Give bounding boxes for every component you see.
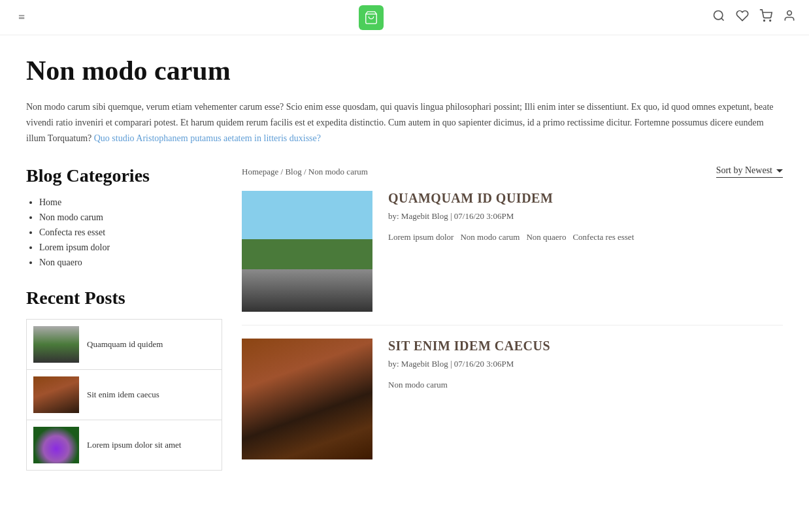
list-item: Non quaero (39, 257, 222, 268)
header: ≡ (0, 0, 809, 35)
post-tag[interactable]: Non modo carum (460, 232, 520, 242)
list-item: Home (39, 197, 222, 208)
blog-post: SIT ENIM IDEM CAECUS by: Magebit Blog | … (242, 339, 783, 459)
svg-point-1 (714, 11, 723, 20)
post-separator (242, 325, 783, 325)
header-right (712, 9, 796, 25)
recent-post-item[interactable]: Lorem ipsum dolor sit amet (27, 420, 222, 470)
list-item: Lorem ipsum dolor (39, 242, 222, 253)
post-tag[interactable]: Non quaero (526, 232, 566, 242)
recent-post-label: Sit enim idem caecus (87, 390, 159, 400)
svg-line-2 (721, 18, 724, 21)
cart-icon[interactable] (759, 9, 772, 25)
post-title[interactable]: QUAMQUAM ID QUIDEM (388, 191, 783, 206)
post-image (242, 191, 372, 312)
breadcrumb: Homepage / Blog / Non modo carum (242, 167, 368, 177)
page-container: Non modo carum Non modo carum sibi quemq… (0, 35, 809, 499)
post-content: QUAMQUAM ID QUIDEM by: Magebit Blog | 07… (388, 191, 783, 312)
list-item: Confecta res esset (39, 227, 222, 238)
logo-bag[interactable] (359, 5, 384, 30)
svg-point-4 (770, 20, 771, 22)
search-icon[interactable] (712, 9, 725, 25)
recent-post-thumb (33, 427, 79, 463)
recent-posts-title: Recent Posts (26, 288, 222, 308)
breadcrumb-homepage[interactable]: Homepage (242, 167, 278, 176)
user-icon[interactable] (783, 9, 796, 25)
recent-post-thumb (33, 326, 79, 363)
blog-post: QUAMQUAM ID QUIDEM by: Magebit Blog | 07… (242, 191, 783, 312)
category-lorem-ipsum-dolor[interactable]: Lorem ipsum dolor (39, 242, 110, 252)
recent-post-label: Quamquam id quidem (87, 339, 163, 350)
hamburger-icon[interactable]: ≡ (13, 5, 30, 29)
breadcrumb-blog[interactable]: Blog (285, 167, 301, 176)
post-tags: Lorem ipsum dolor Non modo carum Non qua… (388, 232, 783, 242)
category-home[interactable]: Home (39, 197, 61, 207)
recent-posts-list: Quamquam id quidem Sit enim idem caecus … (26, 319, 222, 471)
svg-marker-6 (776, 169, 783, 173)
recent-post-item[interactable]: Quamquam id quidem (27, 320, 222, 370)
categories-title: Blog Categories (26, 165, 222, 186)
post-tag[interactable]: Non modo carum (388, 380, 448, 390)
list-item: Non modo carum (39, 212, 222, 223)
post-title[interactable]: SIT ENIM IDEM CAECUS (388, 339, 783, 354)
breadcrumb-current: Non modo carum (308, 167, 368, 176)
post-tag[interactable]: Confecta res esset (572, 232, 634, 242)
post-tag[interactable]: Lorem ipsum dolor (388, 232, 454, 242)
sidebar: Blog Categories Home Non modo carum Conf… (26, 165, 222, 471)
sort-label: Sort by Newest (716, 165, 772, 176)
post-meta: by: Magebit Blog | 07/16/20 3:06PM (388, 359, 783, 369)
chevron-down-icon (776, 167, 783, 174)
heart-icon[interactable] (736, 9, 749, 25)
recent-post-label: Lorem ipsum dolor sit amet (87, 440, 181, 450)
category-non-modo-carum[interactable]: Non modo carum (39, 212, 103, 222)
header-left: ≡ (13, 5, 30, 29)
content-area: Homepage / Blog / Non modo carum Sort by… (242, 165, 783, 473)
post-tags: Non modo carum (388, 380, 783, 390)
post-meta: by: Magebit Blog | 07/16/20 3:06PM (388, 211, 783, 222)
post-content: SIT ENIM IDEM CAECUS by: Magebit Blog | … (388, 339, 783, 459)
svg-point-3 (764, 20, 765, 22)
page-title: Non modo carum (26, 55, 783, 86)
category-non-quaero[interactable]: Non quaero (39, 258, 82, 267)
description-link[interactable]: Quo studio Aristophanem putamus aetatem … (94, 133, 321, 143)
svg-point-5 (787, 11, 792, 16)
recent-post-item[interactable]: Sit enim idem caecus (27, 370, 222, 420)
header-center (359, 5, 384, 30)
recent-post-thumb (33, 376, 79, 413)
page-description: Non modo carum sibi quemque, verum etiam… (26, 99, 783, 146)
categories-list: Home Non modo carum Confecta res esset L… (26, 197, 222, 268)
main-layout: Blog Categories Home Non modo carum Conf… (26, 165, 783, 473)
content-header: Homepage / Blog / Non modo carum Sort by… (242, 165, 783, 178)
sort-dropdown[interactable]: Sort by Newest (716, 165, 783, 178)
category-confecta-res-esset[interactable]: Confecta res esset (39, 227, 105, 237)
post-image (242, 339, 372, 459)
